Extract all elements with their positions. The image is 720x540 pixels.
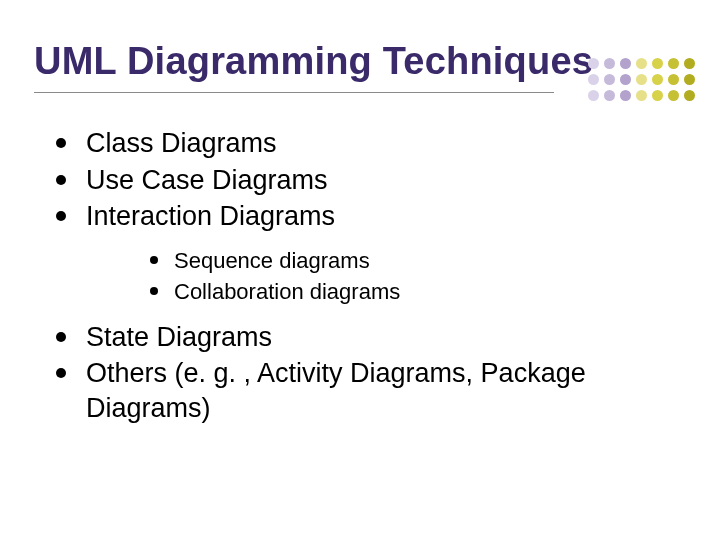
list-item: Class Diagrams — [50, 126, 650, 161]
list-item: Use Case Diagrams — [50, 163, 650, 198]
content-area: Class Diagrams Use Case Diagrams Interac… — [50, 124, 650, 427]
list-item: Others (e. g. , Activity Diagrams, Packa… — [50, 356, 650, 425]
list-item-label: Others (e. g. , Activity Diagrams, Packa… — [86, 358, 586, 423]
list-item: Sequence diagrams — [146, 246, 650, 275]
list-item-label: Collaboration diagrams — [174, 279, 400, 304]
list-item-label: Class Diagrams — [86, 128, 277, 158]
sub-bullet-list: Sequence diagrams Collaboration diagrams — [146, 246, 650, 306]
list-item-label: Use Case Diagrams — [86, 165, 328, 195]
list-item: State Diagrams — [50, 320, 650, 355]
list-item-label: Sequence diagrams — [174, 248, 370, 273]
dot-matrix-decoration — [588, 58, 708, 118]
slide-title: UML Diagramming Techniques — [34, 40, 593, 83]
bullet-list: Class Diagrams Use Case Diagrams Interac… — [50, 126, 650, 425]
list-item-label: State Diagrams — [86, 322, 272, 352]
list-item: Collaboration diagrams — [146, 277, 650, 306]
slide: UML Diagramming Techniques Class Diagram… — [0, 0, 720, 540]
list-item: Interaction Diagrams Sequence diagrams C… — [50, 199, 650, 306]
list-item-label: Interaction Diagrams — [86, 201, 335, 231]
title-underline — [34, 92, 554, 93]
